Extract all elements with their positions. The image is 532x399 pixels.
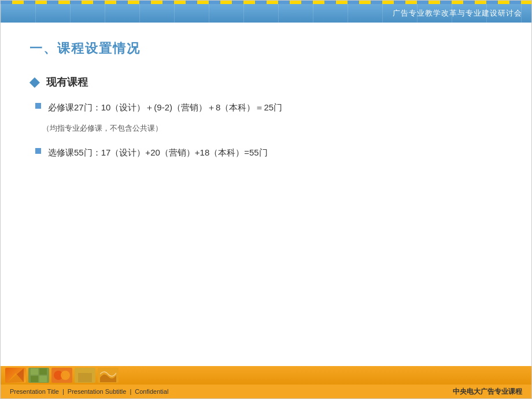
footer-image-5 [98,368,119,383]
footer-divider-2: | [130,388,131,395]
footer-image-2 [28,368,49,383]
footer-left: Presentation Title | Presentation Subtit… [10,388,168,395]
footer: Presentation Title | Presentation Subtit… [1,366,531,398]
bullet-icon [35,148,41,154]
conference-title: 广告专业教学改革与专业建设研讨会 [393,8,522,19]
header-bar: 广告专业教学改革与专业建设研讨会 [1,4,531,23]
slide-container: 广告专业教学改革与专业建设研讨会 一、课程设置情况 ◆ 现有课程 必修课27门：… [0,0,532,399]
section-heading: 一、课程设置情况 [29,40,503,57]
footer-confidential: Confidential [135,388,168,395]
main-content: 一、课程设置情况 ◆ 现有课程 必修课27门：10（设计）＋(9-2)（营销）＋… [1,23,531,366]
footer-presentation-subtitle: Presentation Subtitle [68,388,127,395]
subsection-heading: ◆ 现有课程 [29,75,503,90]
footer-presentation-title: Presentation Title [10,388,59,395]
svg-rect-4 [31,376,38,382]
bullet-icon [35,103,41,109]
footer-images-bar [1,366,531,385]
bullet-text-2: 选修课55门：17（设计）+20（营销）+18（本科）=55门 [48,145,268,160]
sub-note-1: （均指专业必修课，不包含公共课） [42,123,503,134]
footer-image-1 [5,368,26,383]
svg-rect-3 [39,368,47,375]
svg-point-7 [61,371,70,380]
svg-rect-5 [39,376,47,382]
diamond-icon: ◆ [29,75,39,90]
bullet-text-1: 必修课27门：10（设计）＋(9-2)（营销）＋8（本科）＝25门 [48,100,282,115]
list-item: 必修课27门：10（设计）＋(9-2)（营销）＋8（本科）＝25门 [29,100,503,115]
list-item: 选修课55门：17（设计）+20（营销）+18（本科）=55门 [29,145,503,160]
svg-rect-2 [31,368,38,375]
footer-right-text: 中央电大广告专业课程 [453,387,522,397]
footer-bar: Presentation Title | Presentation Subtit… [1,385,531,398]
diamond-section: ◆ 现有课程 必修课27门：10（设计）＋(9-2)（营销）＋8（本科）＝25门… [29,75,503,168]
footer-image-4 [75,368,95,383]
footer-divider-1: | [62,388,64,395]
svg-rect-8 [78,373,92,382]
footer-image-3 [51,368,72,383]
